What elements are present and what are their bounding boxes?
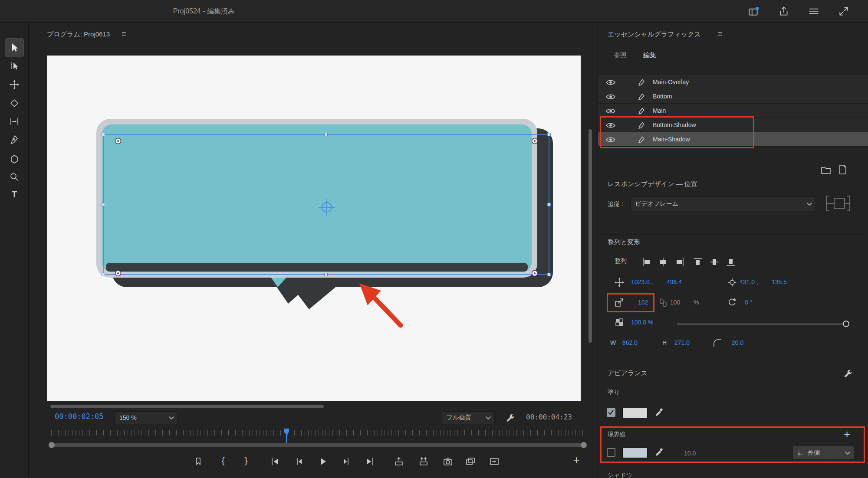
selection-arrow-icon (9, 43, 20, 53)
timeline-zoom-bar[interactable] (51, 443, 584, 447)
responsive-pin-control[interactable] (824, 189, 852, 218)
track-select-icon (9, 61, 20, 71)
track-select-tool[interactable] (5, 57, 23, 75)
current-timecode[interactable]: 00:00:02:05 (55, 412, 104, 421)
type-tool[interactable]: T (5, 185, 23, 203)
appearance-settings-button[interactable] (842, 368, 854, 380)
zoom-level-select[interactable]: 150 % (115, 411, 178, 424)
layer-row-main-overlay[interactable]: Main-Overlay (598, 75, 868, 89)
multi-camera-button[interactable] (488, 455, 500, 468)
mark-out-button[interactable]: } (240, 455, 252, 467)
anchor-x-value[interactable]: 431.0 , (740, 278, 758, 285)
layer-row-main-shadow[interactable]: Main-Shadow (598, 132, 868, 147)
stroke-outer-icon (797, 449, 804, 456)
check-icon (608, 409, 614, 415)
rotation-control[interactable] (727, 297, 738, 308)
program-canvas[interactable] (47, 56, 581, 401)
razor-tool[interactable] (5, 94, 23, 112)
stroke-position-select[interactable]: 外側 (792, 446, 854, 460)
fullscreen-button[interactable] (838, 5, 850, 17)
program-panel-menu-icon[interactable]: ≡ (122, 29, 126, 39)
stroke-checkbox[interactable] (607, 448, 615, 457)
scale-control[interactable] (614, 297, 625, 308)
width-value[interactable]: 862.0 (622, 339, 638, 346)
follow-select[interactable]: ビデオフレーム (630, 196, 816, 211)
fill-checkbox[interactable] (607, 408, 615, 417)
step-back-button[interactable] (293, 455, 305, 468)
fill-color-swatch[interactable] (622, 408, 648, 418)
add-button[interactable]: + (570, 454, 582, 466)
annotation-arrow (359, 283, 401, 325)
position-y-value[interactable]: 496.4 (667, 278, 682, 285)
scale-value[interactable]: 102 (638, 299, 648, 306)
play-button[interactable] (316, 455, 329, 468)
tab-browse[interactable]: 参照 (614, 51, 627, 59)
zoom-handle-right[interactable] (581, 442, 587, 448)
link-scale-toggle[interactable] (658, 297, 668, 308)
anchor-y-value[interactable]: 135.5 (772, 278, 787, 285)
export-frame-button[interactable] (442, 455, 454, 468)
extract-button[interactable] (418, 455, 430, 468)
position-control[interactable] (614, 277, 625, 288)
eye-icon[interactable] (606, 122, 615, 128)
playback-quality-select[interactable]: フル画質 (442, 411, 495, 424)
move-tool[interactable] (5, 75, 23, 94)
stroke-width-value[interactable]: 10.0 (684, 450, 696, 457)
shape-tool[interactable] (5, 150, 23, 168)
slip-tool[interactable] (5, 112, 23, 131)
selection-tool[interactable] (5, 39, 23, 57)
pen-tool[interactable] (5, 131, 23, 149)
step-forward-button[interactable] (340, 455, 352, 468)
eye-icon[interactable] (606, 108, 615, 114)
layer-row-main[interactable]: Main (598, 104, 868, 118)
position-x-value[interactable]: 1023.0 , (631, 278, 653, 285)
pen-icon (9, 134, 20, 145)
horizontal-scrollbar[interactable] (50, 405, 324, 408)
add-stroke-button[interactable]: + (844, 428, 850, 441)
opacity-value[interactable]: 100.0 % (631, 319, 653, 326)
anchor-point-control[interactable] (727, 277, 738, 288)
quick-export-button[interactable] (808, 5, 820, 17)
align-center-horizontal-button[interactable] (657, 256, 669, 268)
lift-button[interactable] (393, 455, 405, 468)
workspace-button[interactable] (747, 5, 760, 17)
zoom-handle-left[interactable] (49, 442, 55, 448)
time-ruler[interactable] (51, 430, 584, 435)
export-button[interactable] (778, 5, 790, 17)
mark-in-button[interactable]: { (217, 455, 229, 467)
link-icon (658, 298, 668, 308)
corner-radius-control[interactable] (712, 337, 723, 349)
new-layer-button[interactable] (838, 164, 848, 175)
align-center-vertical-button[interactable] (708, 256, 720, 268)
zoom-tool[interactable] (5, 168, 23, 186)
corner-radius-value[interactable]: 20.0 (732, 339, 743, 346)
align-left-button[interactable] (641, 256, 653, 268)
eg-panel-menu-icon[interactable]: ≡ (718, 29, 723, 39)
lift-icon (394, 456, 404, 467)
stroke-eyedropper-button[interactable] (654, 447, 665, 458)
add-marker-button[interactable] (192, 455, 204, 468)
tab-edit[interactable]: 編集 (643, 51, 656, 59)
eye-icon[interactable] (606, 137, 615, 143)
chevron-down-icon (169, 416, 174, 420)
eye-icon[interactable] (606, 79, 615, 85)
opacity-slider-track[interactable] (677, 324, 846, 324)
vertical-scrollbar[interactable] (589, 129, 592, 343)
opacity-slider-handle[interactable] (843, 321, 849, 327)
layer-row-bottom-shadow[interactable]: Bottom-Shadow (598, 118, 868, 132)
fill-eyedropper-button[interactable] (654, 407, 665, 418)
settings-button[interactable] (504, 412, 516, 424)
comparison-view-button[interactable] (464, 455, 477, 468)
new-folder-button[interactable] (820, 165, 832, 175)
go-to-in-button[interactable] (269, 455, 281, 468)
opacity-control[interactable] (614, 317, 625, 328)
eye-icon[interactable] (606, 94, 615, 100)
stroke-color-swatch[interactable] (622, 448, 648, 458)
align-bottom-button[interactable] (725, 256, 737, 268)
go-to-out-button[interactable] (364, 455, 376, 468)
layer-row-bottom[interactable]: Bottom (598, 89, 868, 104)
align-top-button[interactable] (692, 256, 704, 268)
rotation-value[interactable]: 0 ° (745, 299, 752, 306)
height-value[interactable]: 271.0 (674, 339, 690, 346)
align-right-button[interactable] (674, 256, 686, 268)
